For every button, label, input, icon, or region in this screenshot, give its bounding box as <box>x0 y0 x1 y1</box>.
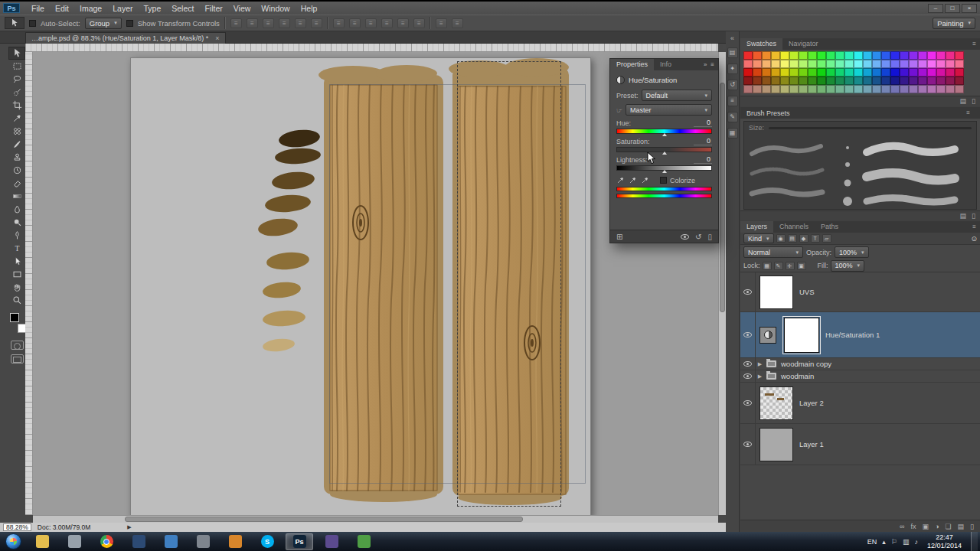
visibility-toggle[interactable] <box>740 424 756 465</box>
scrollbar-thumb[interactable] <box>720 83 725 312</box>
menu-select[interactable]: Select <box>166 4 199 13</box>
horizontal-scrollbar[interactable] <box>33 515 718 523</box>
swatch[interactable] <box>881 60 890 68</box>
menu-help[interactable]: Help <box>296 4 323 13</box>
new-group-icon[interactable]: ❏ <box>945 523 951 530</box>
link-layers-icon[interactable]: ∞ <box>900 523 904 530</box>
swatch[interactable] <box>762 77 771 85</box>
hue-value[interactable]: 0 <box>694 119 712 127</box>
swatch[interactable] <box>771 77 780 85</box>
distribute-vertical-centers-icon[interactable]: ≡ <box>349 18 361 28</box>
swatch[interactable] <box>835 51 844 60</box>
swatch[interactable] <box>799 60 808 68</box>
swatch[interactable] <box>799 85 808 93</box>
adjustment-layer-thumbnail[interactable] <box>760 327 776 344</box>
swatch[interactable] <box>955 68 964 77</box>
layer-name[interactable]: woodmain <box>781 372 814 380</box>
swatch[interactable] <box>900 77 909 85</box>
swatch[interactable] <box>863 85 872 93</box>
layer-thumbnail[interactable] <box>760 276 793 309</box>
swatch[interactable] <box>946 51 955 60</box>
swatch[interactable] <box>863 51 872 60</box>
swatch[interactable] <box>936 85 946 93</box>
swatch[interactable] <box>762 51 771 60</box>
menu-image[interactable]: Image <box>74 4 107 13</box>
swatch[interactable] <box>835 85 844 93</box>
swatch[interactable] <box>946 60 955 68</box>
swatch[interactable] <box>826 68 835 77</box>
swatch[interactable] <box>780 60 789 68</box>
scrollbar-thumb[interactable] <box>125 517 523 522</box>
swatch[interactable] <box>927 51 936 60</box>
distribute-top-edges-icon[interactable]: ≡ <box>333 18 345 28</box>
swatch[interactable] <box>909 60 918 68</box>
swatch[interactable] <box>762 85 771 93</box>
swatch[interactable] <box>771 68 780 77</box>
rectangle-tool[interactable] <box>8 268 25 281</box>
swatch[interactable] <box>762 60 771 68</box>
align-vertical-centers-icon[interactable]: ≡ <box>247 18 258 28</box>
swatch[interactable] <box>771 51 780 60</box>
swatch[interactable] <box>927 68 936 77</box>
filter-type-layers-icon[interactable]: T <box>811 234 820 243</box>
app-utility-taskbar-button[interactable] <box>60 533 88 550</box>
layer-thumbnail[interactable] <box>760 386 793 420</box>
expand-dock-icon[interactable]: « <box>726 34 739 42</box>
character-panel-icon[interactable]: ✎ <box>727 112 738 122</box>
app-orange-taskbar-button[interactable] <box>221 533 249 550</box>
new-swatch-icon[interactable]: ▤ <box>960 98 967 105</box>
layer-style-icon[interactable]: fx <box>910 523 916 530</box>
swatch[interactable] <box>872 68 881 77</box>
align-left-edges-icon[interactable]: ≡ <box>279 18 290 28</box>
align-horizontal-centers-icon[interactable]: ≡ <box>295 18 306 28</box>
new-brush-icon[interactable]: ▤ <box>960 213 967 220</box>
layer-name[interactable]: Layer 2 <box>799 399 824 407</box>
delete-swatch-icon[interactable]: ▯ <box>972 98 975 105</box>
visibility-toggle[interactable] <box>740 312 756 357</box>
saturation-slider[interactable] <box>616 147 712 152</box>
swatch[interactable] <box>844 60 854 68</box>
brush-tool[interactable] <box>8 138 25 151</box>
foreground-color-chip[interactable] <box>10 313 19 322</box>
spot-healing-brush-tool[interactable] <box>8 125 25 138</box>
swatch[interactable] <box>817 60 826 68</box>
swatch[interactable] <box>817 77 826 85</box>
tab-channels[interactable]: Channels <box>773 221 815 233</box>
layer-row-uvs[interactable]: UVS <box>740 272 980 312</box>
layer-row-layer-1[interactable]: Layer 1 <box>740 424 980 465</box>
swatch[interactable] <box>844 77 854 85</box>
swatch[interactable] <box>808 77 817 85</box>
collapse-panel-icon[interactable]: » <box>704 61 707 68</box>
distribute-left-edges-icon[interactable]: ≡ <box>381 18 393 28</box>
align-right-edges-icon[interactable]: ≡ <box>311 18 322 28</box>
delete-adjustment-icon[interactable]: ▯ <box>707 233 712 241</box>
layer-row-layer-2[interactable]: Layer 2 <box>740 383 980 424</box>
distribute-right-edges-icon[interactable]: ≡ <box>413 18 425 28</box>
layer-name[interactable]: Hue/Saturation 1 <box>825 331 880 339</box>
swatch[interactable] <box>900 85 909 93</box>
swatch[interactable] <box>826 60 835 68</box>
align-top-edges-icon[interactable]: ≡ <box>230 18 242 28</box>
photoshop-taskbar-button[interactable]: Ps <box>286 533 313 550</box>
layer-row-hue-saturation[interactable]: Hue/Saturation 1 <box>740 312 980 358</box>
swatch[interactable] <box>955 51 964 60</box>
swatch[interactable] <box>799 77 808 85</box>
app-purple-taskbar-button[interactable] <box>318 533 345 550</box>
layer-name[interactable]: woodmain copy <box>781 360 831 368</box>
swatch[interactable] <box>789 68 799 77</box>
swatch[interactable] <box>863 68 872 77</box>
clone-stamp-tool[interactable] <box>8 151 25 164</box>
channel-select[interactable]: Master▾ <box>626 104 712 116</box>
swatch[interactable] <box>936 77 946 85</box>
swatch[interactable] <box>918 68 927 77</box>
hand-tool[interactable] <box>8 281 25 294</box>
swatch[interactable] <box>946 85 955 93</box>
swatch[interactable] <box>927 60 936 68</box>
layer-name[interactable]: UVS <box>799 288 815 296</box>
paragraph-panel-icon[interactable]: ≡ <box>727 96 738 106</box>
swatch[interactable] <box>753 85 762 93</box>
volume-icon[interactable]: ♪ <box>914 538 918 546</box>
eyedropper-subtract-icon[interactable] <box>641 176 649 184</box>
swatch[interactable] <box>743 60 753 68</box>
swatch[interactable] <box>789 51 799 60</box>
